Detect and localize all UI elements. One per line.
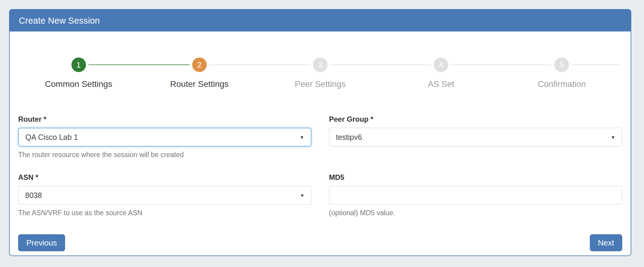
peer-group-select-value: testipv6 <box>336 133 362 142</box>
step-label-peer-settings: Peer Settings <box>260 79 380 89</box>
form-row-2: ASN * 8038 ▼ The ASN/VRF to use as the s… <box>18 173 622 217</box>
panel-header: Create New Session <box>10 10 631 31</box>
caret-down-icon: ▼ <box>300 135 304 140</box>
previous-button[interactable]: Previous <box>18 234 65 251</box>
router-select-value: QA Cisco Lab 1 <box>25 133 78 142</box>
step-number-5: 5 <box>554 58 569 72</box>
next-button[interactable]: Next <box>590 234 622 251</box>
router-select[interactable]: QA Cisco Lab 1 ▼ <box>18 128 311 147</box>
field-router: Router * QA Cisco Lab 1 ▼ The router res… <box>18 115 311 159</box>
step-number-2: 2 <box>192 58 207 72</box>
caret-down-icon: ▼ <box>300 193 304 198</box>
step-common-settings[interactable]: 1 Common Settings <box>18 58 139 89</box>
peer-group-help-text <box>329 151 622 159</box>
step-label-router-settings: Router Settings <box>139 79 260 89</box>
asn-help-text: The ASN/VRF to use as the source ASN <box>18 209 311 217</box>
md5-help-text: (optional) MD5 value. <box>329 209 622 217</box>
field-md5: MD5 (optional) MD5 value. <box>329 173 622 217</box>
wizard-actions: Previous Next <box>18 234 622 251</box>
field-asn: ASN * 8038 ▼ The ASN/VRF to use as the s… <box>18 173 311 217</box>
create-session-panel: Create New Session 1 Common Settings 2 R… <box>9 9 631 256</box>
asn-select-value: 8038 <box>25 191 42 200</box>
panel-body: 1 Common Settings 2 Router Settings 3 Pe… <box>10 58 631 251</box>
step-label-common-settings: Common Settings <box>18 79 139 89</box>
caret-down-icon: ▼ <box>611 135 615 140</box>
step-label-confirmation: Confirmation <box>501 79 622 89</box>
step-confirmation[interactable]: 5 Confirmation <box>501 58 622 89</box>
field-peer-group: Peer Group * testipv6 ▼ <box>329 115 622 159</box>
asn-label: ASN * <box>18 173 311 182</box>
md5-input[interactable] <box>329 186 622 205</box>
router-help-text: The router resource where the session wi… <box>18 151 311 159</box>
step-peer-settings[interactable]: 3 Peer Settings <box>260 58 380 89</box>
form-row-1: Router * QA Cisco Lab 1 ▼ The router res… <box>18 115 622 159</box>
step-number-1: 1 <box>71 58 86 72</box>
step-as-set[interactable]: 4 AS Set <box>381 58 501 89</box>
peer-group-select[interactable]: testipv6 ▼ <box>329 128 622 147</box>
step-number-3: 3 <box>313 58 327 72</box>
peer-group-label: Peer Group * <box>329 115 622 124</box>
step-number-4: 4 <box>434 58 448 72</box>
md5-label: MD5 <box>329 173 622 182</box>
wizard-stepper: 1 Common Settings 2 Router Settings 3 Pe… <box>18 58 622 89</box>
asn-select[interactable]: 8038 ▼ <box>18 186 311 205</box>
router-label: Router * <box>18 115 311 124</box>
step-label-as-set: AS Set <box>381 79 501 89</box>
step-router-settings[interactable]: 2 Router Settings <box>139 58 260 89</box>
panel-title: Create New Session <box>19 16 100 26</box>
